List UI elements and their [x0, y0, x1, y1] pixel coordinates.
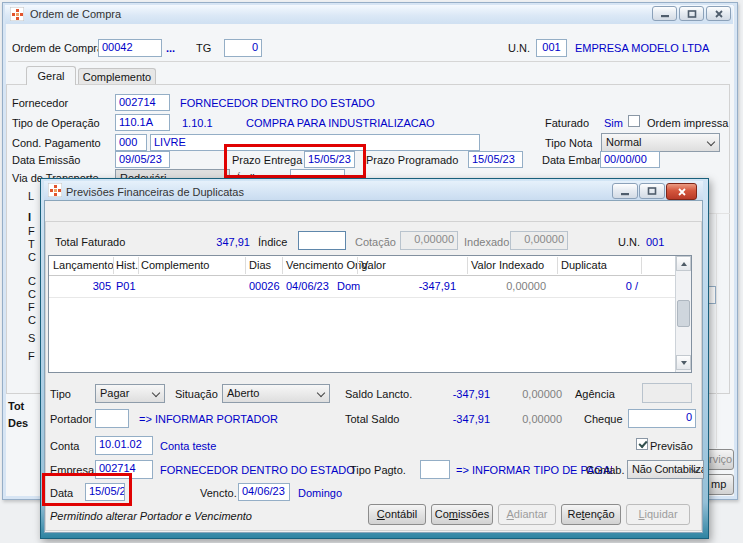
- cell-dia-semana[interactable]: Dom: [337, 280, 360, 293]
- portador-input[interactable]: [95, 409, 129, 428]
- faturado-label: Faturado: [545, 117, 589, 130]
- col-divider: [467, 257, 468, 274]
- clipped-label: C: [28, 251, 36, 264]
- cell-lancamento[interactable]: 305: [53, 280, 111, 293]
- main-minimize-button[interactable]: [652, 6, 677, 21]
- tipo-operacao-input[interactable]: 110.1A: [115, 114, 170, 131]
- retencao-button[interactable]: Retenção: [561, 504, 621, 525]
- btn-text: diantar: [514, 508, 548, 520]
- cond-pagamento-input[interactable]: 000: [115, 134, 147, 151]
- tipo-select[interactable]: Pagar: [95, 384, 165, 403]
- tab-complemento[interactable]: Complemento: [78, 68, 156, 85]
- tab-geral-label: Geral: [38, 70, 65, 82]
- prazo-programado-label: Prazo Programado: [366, 154, 458, 167]
- divider: [8, 61, 730, 62]
- col-header[interactable]: Complemento: [141, 259, 209, 272]
- contab-select[interactable]: Não Contabilizar: [627, 460, 704, 479]
- dialog-maximize-button[interactable]: [639, 183, 665, 199]
- agencia-input: [642, 383, 692, 403]
- clipped-label: L: [28, 190, 34, 203]
- app-icon: [48, 183, 62, 197]
- dialog-close-button[interactable]: [666, 183, 697, 200]
- situacao-label: Situação: [175, 388, 218, 401]
- un-input[interactable]: 001: [536, 39, 567, 57]
- ordem-impressa-label: Ordem impressa: [647, 117, 728, 130]
- tipo-pagto-input[interactable]: [420, 460, 450, 479]
- portador-label: Portador: [50, 413, 92, 426]
- tg-input[interactable]: 0: [224, 39, 262, 57]
- saldo-lancto-label: Saldo Lancto.: [345, 388, 412, 401]
- tipo-operacao-label: Tipo de Operação: [12, 117, 100, 130]
- main-maximize-button[interactable]: [679, 6, 704, 21]
- ordem-impressa-checkbox[interactable]: [628, 115, 640, 127]
- row-divider: [49, 297, 676, 298]
- prazo-programado-input[interactable]: 15/05/23: [468, 151, 523, 168]
- previsao-checkbox[interactable]: [636, 438, 648, 450]
- adiantar-button[interactable]: Adiantar: [498, 504, 556, 525]
- un-label: U.N.: [508, 42, 530, 55]
- cell-hist[interactable]: P01: [116, 280, 136, 293]
- contabil-button[interactable]: Contábil: [368, 504, 426, 525]
- col-header[interactable]: Lançamento: [53, 259, 114, 272]
- cell-valor[interactable]: -347,91: [369, 280, 456, 293]
- agencia-label: Agência: [575, 388, 615, 401]
- col-header[interactable]: Valor: [361, 259, 386, 272]
- scroll-up-button[interactable]: [676, 256, 691, 271]
- vencto-label: Vencto.: [200, 487, 237, 500]
- col-divider: [641, 257, 642, 274]
- maximize-icon: [647, 186, 657, 196]
- saldo-lancto-indexado: 0,00000: [500, 388, 562, 401]
- order-input[interactable]: 00042: [98, 39, 162, 57]
- cond-pagamento-label: Cond. Pagamento: [12, 137, 101, 150]
- dialog-un-value: 001: [646, 236, 664, 249]
- cotacao-input: 0,00000: [400, 231, 458, 250]
- cheque-input[interactable]: 0: [628, 409, 696, 428]
- comissoes-button[interactable]: Comissões: [431, 504, 493, 525]
- fornecedor-input[interactable]: 002714: [115, 94, 170, 111]
- cell-valor-indexado[interactable]: 0,00000: [459, 280, 546, 293]
- cell-duplicata[interactable]: 0 /: [549, 280, 638, 293]
- main-window-title: Ordem de Compra: [30, 8, 121, 21]
- situacao-select[interactable]: Aberto: [222, 384, 330, 403]
- col-divider: [282, 257, 283, 274]
- scroll-down-button[interactable]: [676, 355, 691, 370]
- order-label: Ordem de Compra: [12, 42, 103, 55]
- contab-label: Contab.: [586, 464, 625, 477]
- clipped-label: S: [28, 332, 35, 345]
- dialog-minimize-button[interactable]: [612, 183, 638, 199]
- duplicatas-grid[interactable]: Lançamento Hist. Complemento Dias Vencim…: [48, 255, 692, 373]
- app-icon: [10, 7, 24, 21]
- cell-vencimento[interactable]: 04/06/23: [286, 280, 329, 293]
- clipped-label: F: [28, 225, 35, 238]
- col-header[interactable]: Dias: [249, 259, 271, 272]
- main-close-button[interactable]: [706, 6, 731, 21]
- vencto-input[interactable]: 04/06/23: [238, 483, 290, 501]
- grid-vertical-scrollbar[interactable]: [675, 256, 691, 372]
- tab-geral[interactable]: Geral: [26, 66, 76, 85]
- close-icon: [714, 9, 724, 19]
- col-header[interactable]: Hist.: [116, 259, 138, 272]
- maximize-icon: [687, 9, 697, 19]
- faturado-value: Sim: [604, 117, 623, 130]
- company-name: EMPRESA MODELO LTDA: [575, 42, 709, 55]
- col-header[interactable]: Valor Indexado: [471, 259, 544, 272]
- data-embarque-input[interactable]: 00/00/00: [600, 151, 660, 168]
- tg-label: TG: [196, 42, 211, 55]
- dialog-title: Previsões Financeiras de Duplicatas: [66, 186, 244, 199]
- col-header[interactable]: Duplicata: [561, 259, 607, 272]
- total-saldo-value: -347,91: [415, 413, 490, 426]
- liquidar-button[interactable]: Liquidar: [626, 504, 690, 525]
- tipo-nota-select[interactable]: Normal: [601, 133, 720, 152]
- saldo-lancto-value: -347,91: [415, 388, 490, 401]
- cell-dias[interactable]: 00026: [249, 280, 280, 293]
- lookup-ellipsis-button[interactable]: ...: [166, 42, 175, 55]
- groupbox-fragment: [708, 213, 730, 214]
- tipo-value: Pagar: [100, 387, 129, 399]
- btn-text: Co: [435, 508, 449, 520]
- col-divider: [357, 257, 358, 274]
- scrollbar-thumb[interactable]: [677, 300, 690, 327]
- total-label-clipped: Tot: [8, 400, 24, 413]
- indice-input[interactable]: [298, 231, 346, 250]
- conta-input[interactable]: 10.01.02: [95, 436, 153, 455]
- data-emissao-input[interactable]: 09/05/23: [115, 151, 170, 168]
